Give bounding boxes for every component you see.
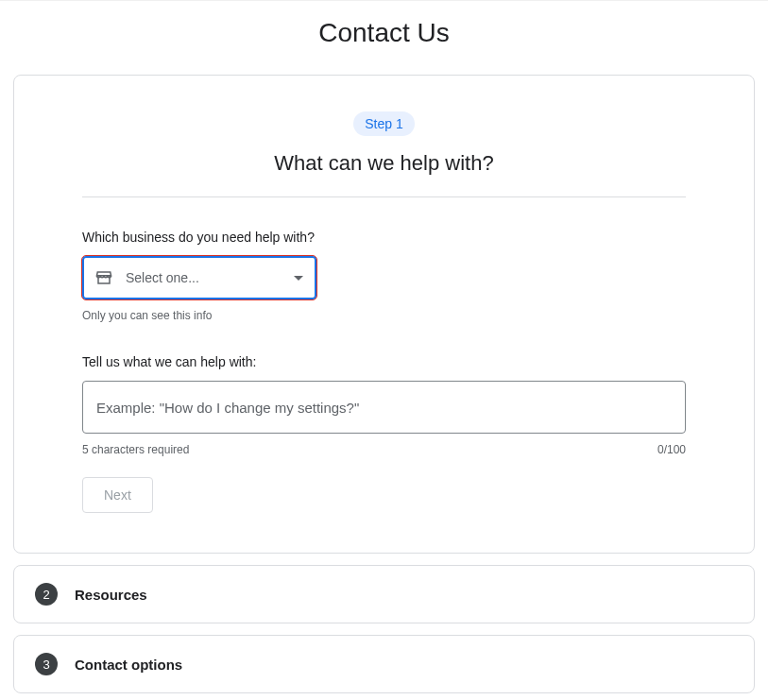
step-3-title: Contact options	[75, 657, 182, 673]
next-button[interactable]: Next	[82, 477, 153, 513]
step-number-badge: 3	[35, 653, 58, 675]
divider	[82, 196, 686, 197]
step-heading: What can we help with?	[82, 151, 686, 176]
business-hint: Only you can see this info	[82, 309, 686, 322]
help-input[interactable]	[82, 381, 686, 434]
business-label: Which business do you need help with?	[82, 230, 686, 245]
business-select[interactable]: Select one...	[82, 256, 316, 299]
char-counter: 0/100	[657, 443, 686, 456]
step-2-title: Resources	[75, 587, 147, 603]
business-select-placeholder: Select one...	[126, 270, 199, 285]
step-number-badge: 2	[35, 583, 58, 606]
page-title: Contact Us	[0, 0, 768, 75]
storefront-icon	[95, 269, 112, 286]
step-3-card[interactable]: 3 Contact options	[13, 635, 755, 693]
caret-down-icon	[294, 276, 303, 281]
step-1-card: Step 1 What can we help with? Which busi…	[13, 75, 755, 554]
help-label: Tell us what we can help with:	[82, 354, 686, 369]
step-2-card[interactable]: 2 Resources	[13, 565, 755, 623]
step-badge: Step 1	[353, 111, 414, 136]
char-requirement: 5 characters required	[82, 443, 189, 456]
